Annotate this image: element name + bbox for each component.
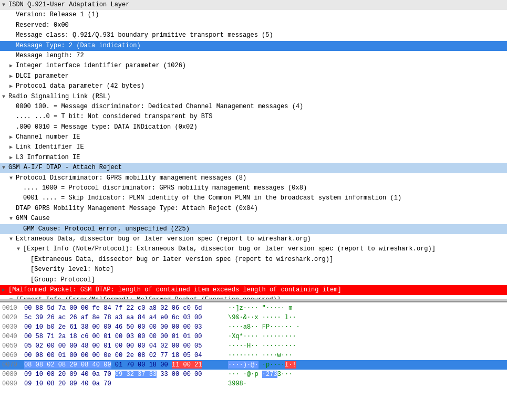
tree-line-severity-note[interactable]: [Severity level: Note] bbox=[0, 265, 507, 275]
tree-line-expert-info-error[interactable]: ▼[Expert Info (Error/Malformed): Malform… bbox=[0, 295, 507, 299]
hex-offset-6: 0070 bbox=[2, 360, 24, 370]
tree-text-proto-disc: Protocol Discriminator: GPRS mobility ma… bbox=[16, 174, 246, 182]
hex-ascii-0: ··]z···· "····· m bbox=[228, 303, 292, 313]
tree-line-link-id[interactable]: ▶Link Identifier IE bbox=[0, 142, 507, 152]
expand-icon-gmm-cause-root[interactable]: ▼ bbox=[9, 215, 16, 223]
tree-text-int-iface: Integer interface identifier parameter (… bbox=[16, 62, 186, 69]
tree-line-version[interactable]: Version: Release 1 (1) bbox=[0, 10, 507, 20]
hex-ascii-3: ·Xq*···· ········· bbox=[228, 332, 296, 341]
hex-row-8[interactable]: 009009 10 08 20 09 40 0a 703998· bbox=[0, 379, 507, 388]
tree-line-expert-info-note[interactable]: ▼[Expert Info (Note/Protocol): Extraneou… bbox=[0, 244, 507, 254]
hex-ascii-6: ····)·@· ·p····l·! bbox=[228, 360, 296, 370]
hex-offset-8: 0090 bbox=[2, 379, 24, 388]
tree-line-int-iface[interactable]: ▶Integer interface identifier parameter … bbox=[0, 61, 507, 71]
tree-line-msg-type-rsl[interactable]: .000 0010 = Message type: DATA INDicatio… bbox=[0, 122, 507, 132]
tree-text-skip-ind: 0001 .... = Skip Indicator: PLMN identit… bbox=[23, 194, 401, 202]
tree-line-proto-data[interactable]: ▶Protocol data parameter (42 bytes) bbox=[0, 81, 507, 91]
tree-text-severity-note: [Severity level: Note] bbox=[30, 266, 113, 273]
tree-text-msg-len: Message length: 72 bbox=[16, 52, 84, 59]
expand-icon-proto-data[interactable]: ▶ bbox=[9, 83, 16, 91]
tree-line-l3-info[interactable]: ▶L3 Information IE bbox=[0, 153, 507, 163]
tree-text-proto-data: Protocol data parameter (42 bytes) bbox=[16, 82, 144, 90]
tree-line-isdn-root[interactable]: ▼ISDN Q.921-User Adaptation Layer bbox=[0, 0, 507, 10]
expand-icon-proto-disc[interactable]: ▼ bbox=[9, 175, 16, 183]
hex-bytes-6: 08 08 02 08 29 08 40 09 01 70 00 18 00 1… bbox=[24, 360, 224, 370]
hex-ascii-1: \9&·&··x ····· l·· bbox=[228, 313, 296, 322]
hex-dump-panel[interactable]: 001000 88 5d 7a 00 00 fe 84 7f 22 c0 a8 … bbox=[0, 301, 507, 420]
tree-text-msg-type: Message Type: 2 (Data indication) bbox=[16, 42, 141, 49]
tree-text-version: Version: Release 1 (1) bbox=[16, 11, 99, 18]
hex-bytes-4: 05 02 00 00 00 48 00 01 00 00 00 04 02 0… bbox=[24, 341, 224, 351]
hex-offset-4: 0050 bbox=[2, 341, 24, 351]
tree-text-malformed-root: [Malformed Packet: GSM DTAP: length of c… bbox=[8, 286, 342, 293]
hex-row-4[interactable]: 005005 02 00 00 00 48 00 01 00 00 00 04 … bbox=[0, 341, 507, 351]
expand-icon-channel-num[interactable]: ▶ bbox=[9, 134, 16, 142]
expand-icon-l3-info[interactable]: ▶ bbox=[9, 154, 16, 162]
tree-text-channel-num: Channel number IE bbox=[16, 133, 80, 141]
tree-line-msg-disc[interactable]: 0000 100. = Message discriminator: Dedic… bbox=[0, 102, 507, 112]
hex-ascii-7: ··· ·@·p ·2733··· bbox=[228, 370, 292, 379]
tree-line-proto-disc-val[interactable]: .... 1000 = Protocol discriminator: GPRS… bbox=[0, 183, 507, 193]
hex-bytes-1: 5c 39 26 ac 26 af 8e 78 a3 aa 84 a4 e0 6… bbox=[24, 313, 224, 322]
tree-text-l3-info: L3 Information IE bbox=[16, 154, 80, 161]
tree-text-gsm-dtap-root: GSM A-I/F DTAP - Attach Reject bbox=[8, 164, 122, 171]
hex-offset-0: 0010 bbox=[2, 303, 24, 313]
tree-line-msg-len[interactable]: Message length: 72 bbox=[0, 51, 507, 61]
tree-line-t-bit[interactable]: .... ...0 = T bit: Not considered transp… bbox=[0, 112, 507, 122]
tree-text-gmm-cause-root: GMM Cause bbox=[16, 215, 50, 222]
expand-icon-dlci[interactable]: ▶ bbox=[9, 73, 16, 81]
hex-offset-1: 0020 bbox=[2, 313, 24, 322]
tree-line-dlci[interactable]: ▶DLCI parameter bbox=[0, 71, 507, 81]
expand-icon-extraneous-root[interactable]: ▼ bbox=[9, 236, 16, 244]
hex-offset-7: 0080 bbox=[2, 370, 24, 379]
tree-line-rsl-root[interactable]: ▼Radio Signalling Link (RSL) bbox=[0, 92, 507, 102]
hex-row-0[interactable]: 001000 88 5d 7a 00 00 fe 84 7f 22 c0 a8 … bbox=[0, 303, 507, 313]
tree-text-dtap-type: DTAP GPRS Mobility Management Message Ty… bbox=[16, 205, 258, 212]
tree-text-dlci: DLCI parameter bbox=[16, 72, 69, 80]
hex-row-6[interactable]: 007008 08 02 08 29 08 40 09 01 70 00 18 … bbox=[0, 360, 507, 370]
tree-text-msg-disc: 0000 100. = Message discriminator: Dedic… bbox=[16, 103, 303, 110]
hex-row-5[interactable]: 006000 08 00 01 00 00 00 0e 00 2e 08 02 … bbox=[0, 351, 507, 360]
expand-icon-int-iface[interactable]: ▶ bbox=[9, 62, 16, 70]
tree-text-gmm-cause-val: GMM Cause: Protocol error, unspecified (… bbox=[23, 225, 190, 233]
tree-text-expert-info-note: [Expert Info (Note/Protocol): Extraneous… bbox=[23, 245, 436, 253]
tree-line-msg-type[interactable]: Message Type: 2 (Data indication) bbox=[0, 41, 507, 51]
tree-text-msg-class: Message class: Q.921/Q.931 boundary prim… bbox=[16, 32, 273, 39]
packet-detail-panel[interactable]: ▼ISDN Q.921-User Adaptation Layer Versio… bbox=[0, 0, 507, 299]
hex-ascii-2: ····a8·· FP······ · bbox=[228, 322, 300, 332]
hex-bytes-8: 09 10 08 20 09 40 0a 70 bbox=[24, 379, 224, 388]
tree-line-gmm-cause-val[interactable]: GMM Cause: Protocol error, unspecified (… bbox=[0, 224, 507, 234]
expand-icon-malformed-root[interactable]: ▶ bbox=[2, 287, 8, 295]
hex-bytes-5: 00 08 00 01 00 00 00 0e 00 2e 08 02 77 1… bbox=[24, 351, 224, 360]
tree-line-channel-num[interactable]: ▶Channel number IE bbox=[0, 132, 507, 142]
tree-line-group-proto[interactable]: [Group: Protocol] bbox=[0, 275, 507, 285]
expand-icon-expert-info-note[interactable]: ▼ bbox=[17, 246, 23, 254]
tree-line-gmm-cause-root[interactable]: ▼GMM Cause bbox=[0, 214, 507, 224]
tree-text-group-proto: [Group: Protocol] bbox=[30, 276, 95, 284]
hex-row-7[interactable]: 008009 10 08 20 09 40 0a 70 09 32 37 33 … bbox=[0, 370, 507, 379]
hex-row-1[interactable]: 00205c 39 26 ac 26 af 8e 78 a3 aa 84 a4 … bbox=[0, 313, 507, 322]
tree-text-link-id: Link Identifier IE bbox=[16, 143, 84, 151]
expand-icon-gsm-dtap-root[interactable]: ▼ bbox=[2, 164, 8, 172]
hex-bytes-7: 09 10 08 20 09 40 0a 70 09 32 37 33 33 0… bbox=[24, 370, 224, 379]
tree-line-dtap-type[interactable]: DTAP GPRS Mobility Management Message Ty… bbox=[0, 204, 507, 214]
tree-line-reserved[interactable]: Reserved: 0x00 bbox=[0, 20, 507, 30]
hex-ascii-8: 3998· bbox=[228, 379, 247, 388]
hex-offset-2: 0030 bbox=[2, 322, 24, 332]
tree-line-skip-ind[interactable]: 0001 .... = Skip Indicator: PLMN identit… bbox=[0, 193, 507, 203]
tree-text-msg-type-rsl: .000 0010 = Message type: DATA INDicatio… bbox=[16, 123, 198, 131]
expand-icon-rsl-root[interactable]: ▼ bbox=[2, 93, 8, 101]
tree-line-msg-class[interactable]: Message class: Q.921/Q.931 boundary prim… bbox=[0, 30, 507, 40]
hex-bytes-2: 00 10 b0 2e 61 38 00 00 46 50 00 00 00 0… bbox=[24, 322, 224, 332]
hex-row-3[interactable]: 004000 58 71 2a 18 c6 00 01 00 03 00 00 … bbox=[0, 332, 507, 341]
expand-icon-isdn-root[interactable]: ▼ bbox=[2, 2, 8, 9]
hex-row-2[interactable]: 003000 10 b0 2e 61 38 00 00 46 50 00 00 … bbox=[0, 322, 507, 332]
tree-line-extraneous-root[interactable]: ▼Extraneous Data, dissector bug or later… bbox=[0, 234, 507, 244]
tree-line-malformed-root[interactable]: ▶[Malformed Packet: GSM DTAP: length of … bbox=[0, 285, 507, 295]
expand-icon-link-id[interactable]: ▶ bbox=[9, 144, 16, 152]
tree-line-extraneous-msg[interactable]: [Extraneous Data, dissector bug or later… bbox=[0, 255, 507, 265]
hex-offset-3: 0040 bbox=[2, 332, 24, 341]
tree-line-proto-disc[interactable]: ▼Protocol Discriminator: GPRS mobility m… bbox=[0, 173, 507, 183]
tree-line-gsm-dtap-root[interactable]: ▼GSM A-I/F DTAP - Attach Reject bbox=[0, 163, 507, 173]
tree-text-extraneous-root: Extraneous Data, dissector bug or later … bbox=[16, 235, 311, 243]
